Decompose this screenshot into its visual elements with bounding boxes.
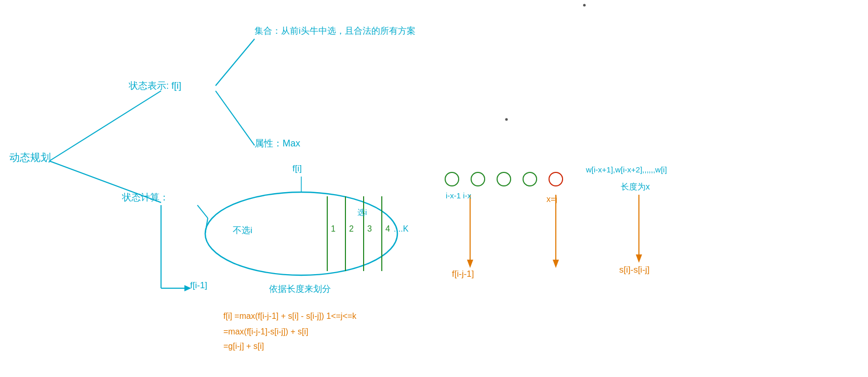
ix-label: i-x-1 i-x <box>446 191 471 200</box>
col3-label: 3 <box>367 224 372 234</box>
fi-label: f[i] <box>292 164 302 174</box>
svg-point-16 <box>549 172 563 186</box>
col2-label: 2 <box>349 224 354 234</box>
svg-marker-18 <box>467 260 473 268</box>
yi-ju-chang-du-label: 依据长度来划分 <box>269 283 331 295</box>
svg-point-26 <box>505 118 508 121</box>
svg-point-12 <box>445 172 459 186</box>
svg-point-27 <box>583 4 586 7</box>
ji-he-label: 集合：从前i头牛中选，且合法的所有方案 <box>255 25 416 37</box>
col-dots-label: ....K <box>394 224 408 234</box>
svg-line-25 <box>205 218 208 234</box>
chang-du-label: 长度为x <box>621 182 650 193</box>
svg-line-24 <box>197 205 208 218</box>
svg-line-0 <box>49 91 161 161</box>
formula3-label: =g[i-j] + s[i] <box>223 342 264 351</box>
x-equals-j-label: x=j <box>546 195 557 204</box>
svg-point-13 <box>471 172 485 186</box>
svg-point-15 <box>523 172 537 186</box>
col1-label: 1 <box>331 224 336 234</box>
zhuang-tai-biao-shi-label: 状态表示: f[i] <box>129 79 181 92</box>
xuan-i-label: 选i <box>357 208 367 218</box>
fi-minus1-label: f[i-1] <box>190 280 207 291</box>
zhuang-tai-ji-suan-label: 状态计算： <box>122 191 169 204</box>
fij1-label: f[i-j-1] <box>452 269 474 279</box>
si-sij-label: s[i]-s[i-j] <box>619 265 650 275</box>
svg-line-3 <box>216 91 255 145</box>
w-array-label: w[i-x+1],w[i-x+2],,,,,,w[i] <box>586 165 667 174</box>
dong-tai-gui-hua-label: 动态规划 <box>9 151 51 165</box>
svg-line-2 <box>216 39 255 86</box>
svg-marker-22 <box>636 254 642 263</box>
svg-point-14 <box>497 172 511 186</box>
col4-label: 4 <box>385 224 390 234</box>
bu-xuan-i-label: 不选i <box>233 224 252 236</box>
formula1-label: f[i] =max(f[i-j-1] + s[i] - s[i-j]) 1<=j… <box>223 312 356 321</box>
formula2-label: =max(f[i-j-1]-s[i-j]) + s[i] <box>223 327 309 336</box>
shu-xing-label: 属性：Max <box>255 137 300 150</box>
svg-marker-20 <box>553 260 559 268</box>
